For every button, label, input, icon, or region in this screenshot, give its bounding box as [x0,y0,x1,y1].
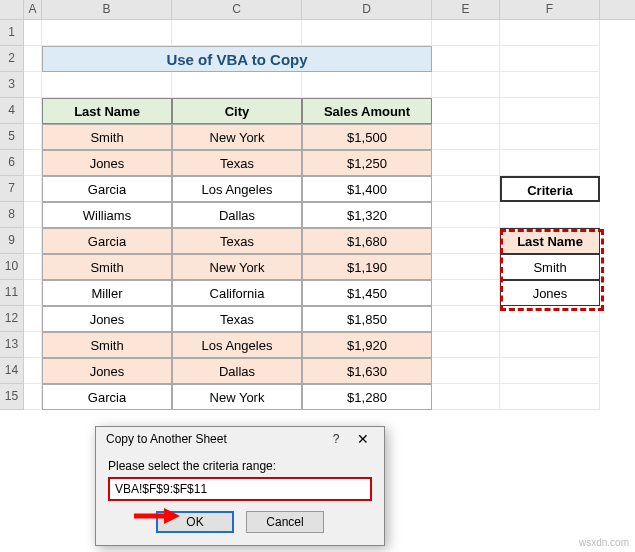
cell[interactable] [432,124,500,150]
help-icon[interactable]: ? [324,432,348,446]
table-cell-city[interactable]: Texas [172,228,302,254]
cancel-button[interactable]: Cancel [246,511,324,533]
table-cell-lastname[interactable]: Jones [42,306,172,332]
cell[interactable] [500,384,600,410]
row-header[interactable]: 6 [0,150,24,176]
row-header[interactable]: 15 [0,384,24,410]
cell[interactable] [302,20,432,46]
table-cell-amount[interactable]: $1,400 [302,176,432,202]
table-cell-amount[interactable]: $1,680 [302,228,432,254]
table-cell-city[interactable]: Texas [172,150,302,176]
cell[interactable] [24,176,42,202]
cell[interactable] [172,20,302,46]
col-header-E[interactable]: E [432,0,500,19]
col-header-F[interactable]: F [500,0,600,19]
cell[interactable] [500,306,600,332]
cell[interactable] [24,254,42,280]
table-cell-city[interactable]: New York [172,124,302,150]
table-cell-city[interactable]: Dallas [172,202,302,228]
table-cell-city[interactable]: Los Angeles [172,176,302,202]
cell[interactable] [24,332,42,358]
cell[interactable] [500,332,600,358]
cell[interactable] [500,98,600,124]
col-header-sales[interactable]: Sales Amount [302,98,432,124]
table-cell-city[interactable]: Texas [172,306,302,332]
row-header[interactable]: 1 [0,20,24,46]
cell[interactable] [432,46,500,72]
cell[interactable] [24,358,42,384]
table-cell-amount[interactable]: $1,190 [302,254,432,280]
cell[interactable] [500,124,600,150]
table-cell-lastname[interactable]: Smith [42,124,172,150]
cell[interactable] [42,72,172,98]
row-header[interactable]: 10 [0,254,24,280]
table-cell-lastname[interactable]: Smith [42,332,172,358]
row-header[interactable]: 13 [0,332,24,358]
table-cell-city[interactable]: California [172,280,302,306]
page-title[interactable]: Use of VBA to Copy [42,46,432,72]
row-header[interactable]: 8 [0,202,24,228]
table-cell-city[interactable]: Dallas [172,358,302,384]
cell[interactable] [24,202,42,228]
cell[interactable] [500,358,600,384]
cell[interactable] [432,306,500,332]
cell[interactable] [24,20,42,46]
criteria-range-input[interactable] [108,477,372,501]
row-header[interactable]: 14 [0,358,24,384]
col-header-B[interactable]: B [42,0,172,19]
table-cell-lastname[interactable]: Garcia [42,384,172,410]
criteria-header[interactable]: Last Name [500,228,600,254]
cell[interactable] [432,332,500,358]
criteria-value[interactable]: Smith [500,254,600,280]
cell[interactable] [432,20,500,46]
cell[interactable] [24,384,42,410]
col-header-A[interactable]: A [24,0,42,19]
cell[interactable] [432,202,500,228]
criteria-value[interactable]: Jones [500,280,600,306]
cell[interactable] [432,98,500,124]
cell[interactable] [24,98,42,124]
table-cell-lastname[interactable]: Jones [42,358,172,384]
col-header-C[interactable]: C [172,0,302,19]
cell[interactable] [432,280,500,306]
ok-button[interactable]: OK [156,511,234,533]
row-header[interactable]: 7 [0,176,24,202]
dialog-titlebar[interactable]: Copy to Another Sheet ? ✕ [96,427,384,451]
table-cell-city[interactable]: New York [172,384,302,410]
cell[interactable] [432,384,500,410]
table-cell-amount[interactable]: $1,500 [302,124,432,150]
cell[interactable] [500,202,600,228]
table-cell-lastname[interactable]: Garcia [42,176,172,202]
cell[interactable] [500,150,600,176]
cell[interactable] [500,46,600,72]
row-header[interactable]: 2 [0,46,24,72]
cell[interactable] [432,72,500,98]
cell[interactable] [432,228,500,254]
table-cell-lastname[interactable]: Jones [42,150,172,176]
row-header[interactable]: 3 [0,72,24,98]
table-cell-lastname[interactable]: Williams [42,202,172,228]
cell[interactable] [24,124,42,150]
row-header[interactable]: 11 [0,280,24,306]
cell[interactable] [172,72,302,98]
col-header-lastname[interactable]: Last Name [42,98,172,124]
table-cell-amount[interactable]: $1,320 [302,202,432,228]
table-cell-amount[interactable]: $1,850 [302,306,432,332]
criteria-title[interactable]: Criteria [500,176,600,202]
cell[interactable] [500,20,600,46]
table-cell-amount[interactable]: $1,630 [302,358,432,384]
select-all-corner[interactable] [0,0,24,19]
table-cell-lastname[interactable]: Smith [42,254,172,280]
cell[interactable] [42,20,172,46]
close-icon[interactable]: ✕ [348,431,378,447]
table-cell-amount[interactable]: $1,920 [302,332,432,358]
cell[interactable] [24,46,42,72]
table-cell-lastname[interactable]: Miller [42,280,172,306]
cell[interactable] [432,176,500,202]
col-header-D[interactable]: D [302,0,432,19]
table-cell-amount[interactable]: $1,280 [302,384,432,410]
table-cell-amount[interactable]: $1,250 [302,150,432,176]
cell[interactable] [432,358,500,384]
col-header-city[interactable]: City [172,98,302,124]
cell[interactable] [432,254,500,280]
